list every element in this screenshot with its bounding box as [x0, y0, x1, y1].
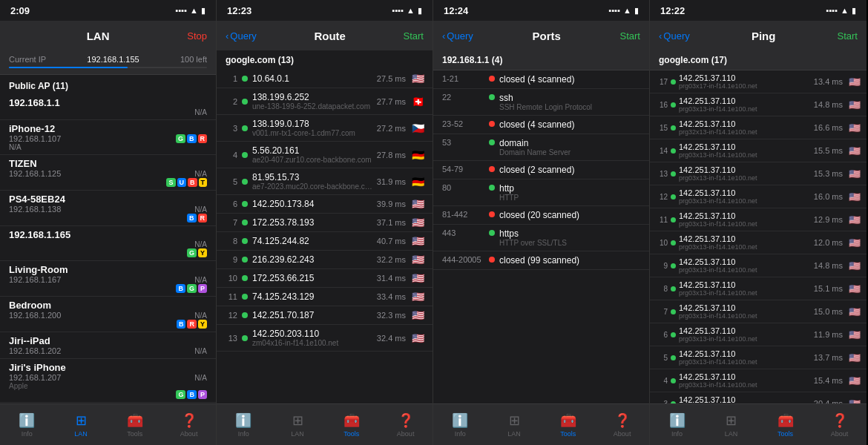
ping-status-dot	[671, 240, 676, 245]
flag-icon: 🇺🇸	[410, 74, 425, 84]
lan-icon-2: ⊞	[292, 412, 303, 429]
list-item: 7 142.251.37.110 prg03x13-in-f14.1e100.n…	[650, 300, 867, 323]
signal-icon-2: ▪▪▪▪	[392, 6, 404, 15]
tab-lan-1[interactable]: ⊞ LAN	[54, 408, 108, 442]
tab-bar-1: ℹ️ Info ⊞ LAN 🧰 Tools ❓ About	[0, 403, 216, 445]
flag-icon: 🇺🇸	[849, 375, 861, 386]
list-item: TIZEN 192.168.1.125 N/A SUBT	[0, 155, 216, 191]
tab-info-4[interactable]: ℹ️ Info	[650, 408, 704, 442]
tab-lan-2[interactable]: ⊞ LAN	[271, 408, 325, 442]
signal-icon: ▪▪▪▪	[176, 6, 188, 15]
nav-title-2: Route	[314, 30, 346, 42]
list-item: 2 138.199.6.252 une-138-199-6-252.datapa…	[217, 88, 433, 115]
tab-about-3[interactable]: ❓ About	[595, 408, 649, 442]
tab-info-1[interactable]: ℹ️ Info	[0, 408, 54, 442]
list-item: 12 142.251.37.110 prg03x13-in-f14.1e100.…	[650, 185, 867, 208]
flag-icon: 🇺🇸	[849, 145, 861, 156]
flag-icon: 🇨🇭	[410, 96, 425, 106]
tab-lan-label-1: LAN	[74, 430, 88, 438]
list-item: 6 142.251.37.110 prg03x13-in-f14.1e100.n…	[650, 323, 867, 346]
list-item: 4 5.56.20.161 ae20-407.zur10.core-backbo…	[217, 142, 433, 168]
port-status-dot	[489, 257, 495, 263]
route-dot	[242, 238, 248, 244]
nav-back-3[interactable]: ‹ Query	[442, 30, 473, 42]
info-icon-2: ℹ️	[235, 412, 251, 429]
battery-icon-4: ▮	[852, 6, 856, 16]
tools-icon-3: 🧰	[560, 412, 576, 429]
list-item: 54-79 closed (2 scanned)	[433, 161, 649, 179]
public-ap-header: Public AP (11)	[0, 75, 216, 94]
flag-icon: 🇺🇸	[849, 99, 861, 111]
nav-title-1: LAN	[87, 30, 110, 42]
port-status-dot	[489, 211, 495, 217]
list-item: 14 142.251.37.110 prg03x13-in-f14.1e100.…	[650, 139, 867, 162]
tab-tools-1[interactable]: 🧰 Tools	[108, 408, 162, 442]
nav-title-3: Ports	[532, 30, 560, 42]
list-item: 443 https HTTP over SSL/TLS	[433, 225, 649, 251]
status-bar-2: 12:23 ▪▪▪▪ ▲ ▮	[217, 0, 433, 21]
tab-info-2[interactable]: ℹ️ Info	[217, 408, 271, 442]
nav-start-3[interactable]: Start	[620, 30, 640, 42]
tab-lan-label-2: LAN	[291, 430, 304, 438]
progress-bar	[9, 67, 207, 68]
status-icons-3: ▪▪▪▪ ▲ ▮	[609, 6, 640, 16]
list-item: 444-20005 closed (99 scanned)	[433, 251, 649, 270]
list-item: 10 172.253.66.215 31.4 ms 🇺🇸	[217, 269, 433, 288]
ping-host-label: google.com (17)	[650, 50, 867, 70]
status-icons-4: ▪▪▪▪ ▲ ▮	[826, 6, 857, 16]
flag-icon: 🇺🇸	[410, 218, 425, 228]
tab-about-4[interactable]: ❓ About	[812, 408, 867, 442]
route-host-label: google.com (13)	[217, 50, 433, 70]
flag-icon: 🇺🇸	[410, 255, 425, 265]
tab-about-2[interactable]: ❓ About	[378, 408, 433, 442]
route-dot	[242, 275, 248, 281]
tab-tools-4[interactable]: 🧰 Tools	[758, 408, 812, 442]
tools-icon: 🧰	[127, 412, 143, 429]
left-count: 100 left	[180, 55, 207, 64]
about-icon-2: ❓	[398, 412, 414, 429]
tab-tools-label-2: Tools	[343, 430, 359, 438]
list-item: 5 142.251.37.110 prg03x13-in-f14.1e100.n…	[650, 346, 867, 369]
flag-icon: 🇺🇸	[849, 214, 861, 225]
nav-start-4[interactable]: Start	[838, 30, 858, 42]
list-item: 192.168.1.165 N/A GY	[0, 226, 216, 261]
tab-lan-3[interactable]: ⊞ LAN	[487, 408, 542, 442]
status-bar-1: 2:09 ▪▪▪▪ ▲ ▮	[0, 0, 216, 21]
flag-icon: 🇺🇸	[849, 398, 861, 404]
list-item: 80 http HTTP	[433, 179, 649, 206]
route-dot	[242, 152, 248, 158]
tab-about-1[interactable]: ❓ About	[162, 408, 216, 442]
tab-about-label-1: About	[180, 430, 198, 438]
tab-tools-2[interactable]: 🧰 Tools	[325, 408, 379, 442]
flag-icon: 🇩🇪	[410, 150, 425, 159]
nav-start-2[interactable]: Start	[404, 30, 424, 42]
current-ip-label: Current IP	[9, 55, 46, 64]
info-icon-3: ℹ️	[452, 412, 468, 429]
route-dot	[242, 257, 248, 263]
tab-lan-4[interactable]: ⊞ LAN	[704, 408, 758, 442]
device-list: 192.168.1.1 N/A iPhone-12 192.168.1.107 …	[0, 94, 216, 403]
port-status-dot	[489, 94, 495, 100]
list-item: 3 138.199.0.178 v001.mr-tx1-core-1.cdm77…	[217, 115, 433, 142]
tab-bar-4: ℹ️ Info ⊞ LAN 🧰 Tools ❓ About	[650, 403, 867, 445]
time-1: 2:09	[10, 5, 30, 16]
list-item: 12 142.251.70.187 32.3 ms 🇺🇸	[217, 306, 433, 325]
nav-back-4[interactable]: ‹ Query	[659, 30, 690, 42]
tab-bar-3: ℹ️ Info ⊞ LAN 🧰 Tools ❓ About	[433, 403, 649, 445]
tab-about-label-3: About	[614, 430, 631, 438]
tab-tools-3[interactable]: 🧰 Tools	[542, 408, 596, 442]
route-dot	[242, 335, 248, 341]
list-item: 192.168.1.1 N/A	[0, 94, 216, 120]
nav-stop-button[interactable]: Stop	[187, 30, 207, 42]
tab-about-label-2: About	[397, 430, 415, 438]
tab-info-3[interactable]: ℹ️ Info	[433, 408, 487, 442]
route-dot	[242, 99, 248, 105]
progress-fill	[9, 67, 128, 68]
nav-back-2[interactable]: ‹ Query	[226, 30, 257, 42]
flag-icon: 🇺🇸	[849, 168, 861, 179]
list-item: Living-Room 192.168.1.167 N/A BGP	[0, 261, 216, 297]
ping-status-dot	[671, 309, 676, 314]
route-dot	[242, 76, 248, 82]
time-2: 12:23	[227, 5, 251, 16]
nav-bar-3: ‹ Query Ports Start	[433, 21, 649, 50]
